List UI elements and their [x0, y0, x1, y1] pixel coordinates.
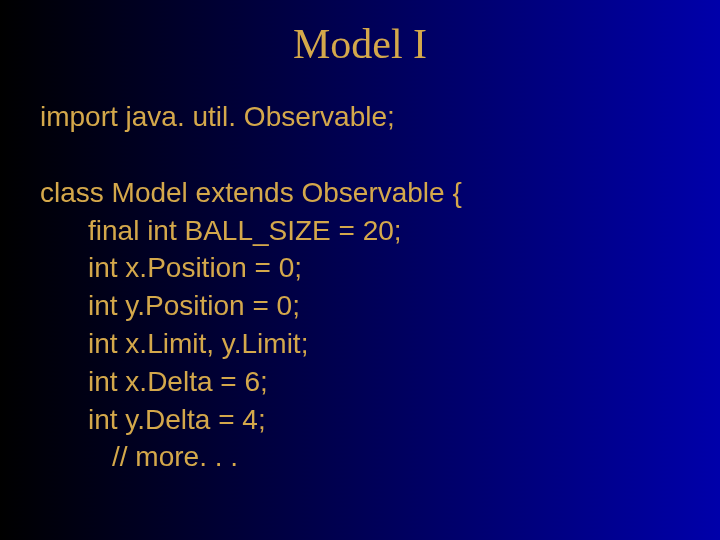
code-field-ballsize: final int BALL_SIZE = 20;: [40, 212, 680, 250]
code-field-xposition: int x.Position = 0;: [40, 249, 680, 287]
code-field-xdelta: int x.Delta = 6;: [40, 363, 680, 401]
blank-line: [40, 136, 680, 174]
code-import: import java. util. Observable;: [40, 98, 680, 136]
code-field-yposition: int y.Position = 0;: [40, 287, 680, 325]
slide-title: Model I: [0, 0, 720, 98]
code-field-ydelta: int y.Delta = 4;: [40, 401, 680, 439]
code-class-declaration: class Model extends Observable {: [40, 174, 680, 212]
code-comment-more: // more. . .: [40, 438, 680, 476]
code-field-limits: int x.Limit, y.Limit;: [40, 325, 680, 363]
slide-content: import java. util. Observable; class Mod…: [0, 98, 720, 476]
